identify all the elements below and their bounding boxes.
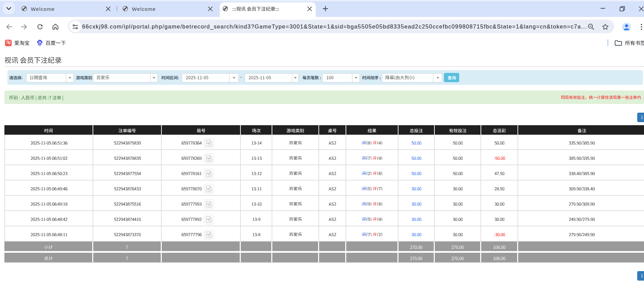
svg-text:du: du xyxy=(38,42,41,45)
